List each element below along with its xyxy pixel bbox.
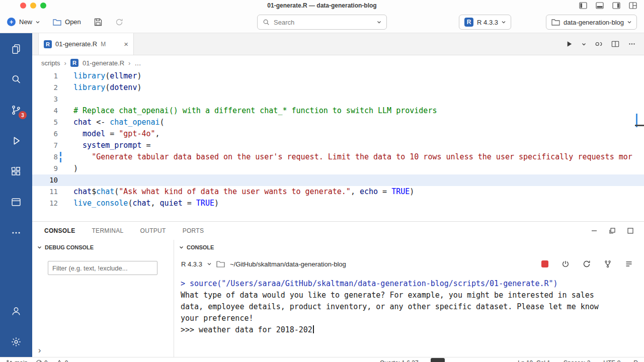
tab-ports[interactable]: PORTS	[183, 227, 204, 234]
minimize-panel-icon[interactable]	[591, 227, 598, 234]
folder-icon	[551, 19, 560, 26]
open-button[interactable]: Open	[53, 18, 81, 26]
debug-input-chevron-icon[interactable]: ›	[38, 346, 41, 355]
line-number: 5	[32, 117, 73, 128]
toggle-secondary-sidebar-icon[interactable]	[612, 2, 620, 9]
tab-label: 01-generate.R	[55, 40, 97, 48]
warning-count: 0	[65, 359, 68, 362]
code-editor[interactable]: 1library(ellmer)2library(dotenv)34# Repl…	[32, 70, 644, 221]
source-control-badge: 3	[19, 111, 27, 119]
breadcrumb-item-file[interactable]: 01-generate.R	[83, 59, 124, 67]
indentation-item[interactable]: Spaces: 2	[564, 359, 590, 362]
interpreter-selector[interactable]: R R 4.3.3	[459, 15, 511, 30]
warning-icon	[56, 359, 63, 362]
stop-icon[interactable]	[541, 260, 548, 267]
line-number: 9	[32, 163, 73, 174]
tab-output[interactable]: OUTPUT	[140, 227, 166, 234]
code-line-2[interactable]: 2library(dotenv)	[32, 82, 644, 94]
cursor-position-item[interactable]: Ln 10, Col 1	[518, 359, 550, 362]
tab-terminal[interactable]: TERMINAL	[92, 227, 123, 234]
sidebar-item-source-control[interactable]: 3	[0, 95, 32, 125]
settings-button[interactable]	[0, 326, 32, 357]
breadcrumb-item-symbol[interactable]: …	[134, 59, 141, 67]
zoom-window-button[interactable]	[40, 3, 46, 9]
toggle-panel-icon[interactable]	[596, 2, 604, 9]
power-icon[interactable]	[561, 260, 570, 268]
errors-item[interactable]: 0	[36, 359, 48, 362]
project-selector[interactable]: data-generation-blog	[546, 15, 637, 30]
sidebar-item-sessions[interactable]	[0, 187, 32, 217]
branch-icon	[6, 359, 13, 362]
run-file-icon[interactable]	[566, 40, 573, 48]
code-line-3[interactable]: 3	[32, 94, 644, 105]
split-editor-icon[interactable]	[611, 40, 619, 48]
code-line-11[interactable]: 11chat$chat("Ask what kind of data the u…	[32, 186, 644, 198]
files-icon	[11, 43, 22, 54]
editor-actions	[566, 33, 644, 55]
chevron-down-icon	[37, 246, 42, 249]
debug-filter-input[interactable]	[48, 261, 157, 275]
fork-icon[interactable]	[604, 260, 612, 268]
code-text: model = "gpt-4o",	[73, 128, 644, 140]
open-button-label: Open	[65, 18, 81, 26]
sidebar-item-extensions[interactable]	[0, 156, 32, 187]
warnings-item[interactable]: 0	[56, 359, 68, 362]
console-output[interactable]: > source("/Users/saraa/GitHub/skaltman/d…	[174, 273, 644, 357]
run-options-chevron-icon[interactable]	[582, 43, 586, 46]
console-interpreter-selector[interactable]: R 4.3.3	[181, 260, 202, 268]
console-toolbar: R 4.3.3 ~/GitHub/skaltman/data-generatio…	[174, 255, 644, 273]
sidebar-item-run-debug[interactable]	[0, 125, 32, 156]
encoding-item[interactable]: UTF-8	[603, 359, 620, 362]
accounts-button[interactable]	[0, 296, 32, 326]
line-number: 1	[32, 70, 73, 82]
code-line-12[interactable]: 12live_console(chat, quiet = TRUE)	[32, 198, 644, 209]
new-button[interactable]: + New	[7, 18, 40, 26]
r-file-icon: R	[44, 40, 52, 48]
revert-button[interactable]	[115, 18, 123, 26]
code-text	[73, 174, 644, 186]
sessions-icon	[11, 197, 22, 208]
search-placeholder: Search	[274, 19, 294, 26]
working-directory[interactable]: ~/GitHub/skaltman/data-generation-blog	[230, 260, 346, 268]
close-window-button[interactable]	[20, 3, 26, 9]
open-changes-icon[interactable]	[595, 40, 603, 48]
tab-console[interactable]: CONSOLE	[44, 227, 75, 234]
code-line-1[interactable]: 1library(ellmer)	[32, 70, 644, 82]
console-header[interactable]: CONSOLE	[174, 240, 644, 255]
line-number: 3	[32, 94, 73, 105]
quarto-version-item[interactable]: Quarto: 1.6.37	[380, 359, 419, 362]
code-line-8[interactable]: 8 "Generate tabular data based on the us…	[32, 151, 644, 163]
restore-panel-icon[interactable]	[609, 227, 616, 234]
language-mode-item[interactable]: R	[633, 359, 638, 362]
restart-icon[interactable]	[583, 260, 591, 268]
debug-console-header[interactable]: DEBUG CONSOLE	[32, 240, 174, 255]
maximize-panel-icon[interactable]	[627, 227, 634, 234]
code-text: system_prompt =	[73, 140, 644, 151]
editor-tab-bar: R 01-generate.R M ×	[32, 33, 644, 55]
code-line-4[interactable]: 4# Replace chat_openai() with a differen…	[32, 105, 644, 117]
code-line-10[interactable]: 10	[32, 174, 644, 186]
customize-layout-icon[interactable]	[629, 2, 637, 9]
console-list-icon[interactable]	[625, 260, 633, 268]
sidebar-item-explorer[interactable]	[0, 33, 32, 64]
status-bar: main 0 0 Quarto: 1.6.37 Ln 10, Col 1 Spa…	[0, 357, 644, 362]
activity-more-actions[interactable]	[0, 217, 32, 248]
minimize-window-button[interactable]	[30, 3, 36, 9]
tab-01-generate[interactable]: R 01-generate.R M ×	[38, 33, 134, 55]
code-line-5[interactable]: 5chat <- chat_openai(	[32, 117, 644, 128]
code-line-6[interactable]: 6 model = "gpt-4o",	[32, 128, 644, 140]
breadcrumb: scripts › R 01-generate.R › …	[32, 55, 644, 70]
global-search-input[interactable]: Search	[257, 15, 387, 30]
more-actions-icon[interactable]	[628, 40, 636, 48]
top-action-bar: + New Open Search R R 4.3.3 data-generat…	[0, 11, 644, 33]
toggle-sidebar-icon[interactable]	[579, 2, 587, 9]
code-line-7[interactable]: 7 system_prompt =	[32, 140, 644, 151]
code-line-9[interactable]: 9)	[32, 163, 644, 174]
sidebar-item-search[interactable]	[0, 64, 32, 95]
line-number: 10	[32, 174, 73, 186]
git-branch-item[interactable]: main	[6, 359, 28, 362]
close-tab-icon[interactable]: ×	[124, 40, 128, 48]
breadcrumb-item-scripts[interactable]: scripts	[41, 59, 60, 67]
save-button[interactable]	[94, 18, 102, 26]
kernel-status-chip[interactable]	[431, 358, 445, 362]
